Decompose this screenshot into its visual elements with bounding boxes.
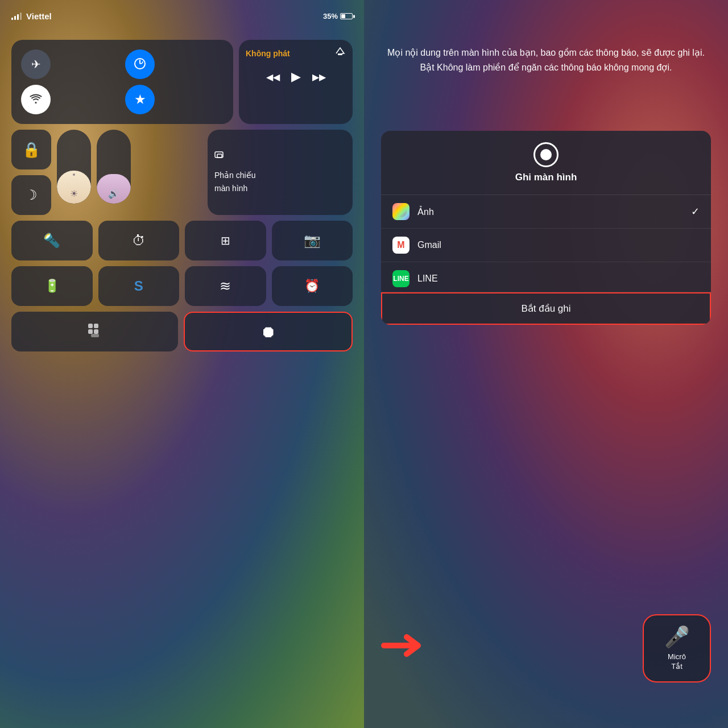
record-icon: ⏺	[260, 322, 276, 341]
moon-icon: ☽	[25, 187, 38, 203]
camera-button[interactable]: 📷	[272, 221, 353, 260]
battery-icon	[340, 13, 353, 19]
svg-rect-5	[94, 324, 98, 328]
second-row: 🔒 ☽ ☀ 🔊	[11, 130, 353, 215]
timer-icon: ⏱	[132, 233, 146, 249]
next-button[interactable]: ▶▶	[312, 72, 326, 82]
description-text: Mọi nội dung trên màn hình của bạn, bao …	[387, 46, 705, 75]
start-record-button[interactable]: Bắt đầu ghi	[381, 292, 711, 325]
right-panel: Mọi nội dung trên màn hình của bạn, bao …	[364, 0, 728, 728]
soundboard-button[interactable]	[11, 312, 178, 351]
camera-icon: 📷	[304, 233, 321, 249]
cell-data-button[interactable]	[125, 49, 155, 79]
sliders-block: ☀ 🔊	[57, 130, 202, 215]
screen-rotation-button[interactable]: 🔒	[11, 130, 51, 169]
media-controls: ◀◀ ▶ ▶▶	[246, 69, 346, 84]
airplane-mode-button[interactable]: ✈	[21, 49, 51, 79]
signal-bars	[11, 13, 22, 20]
calculator-button[interactable]: ⊞	[185, 221, 266, 260]
calculator-icon: ⊞	[221, 234, 230, 247]
wifi-icon	[30, 94, 42, 106]
photos-icon	[392, 203, 410, 220]
micro-label: Micrô Tắt	[668, 652, 686, 672]
screen-record-button[interactable]: ⏺	[184, 312, 353, 351]
battery-area: 35%	[323, 12, 353, 20]
svg-rect-8	[91, 334, 99, 337]
battery-widget-icon: 🔋	[44, 279, 60, 293]
record-circle-icon	[533, 142, 559, 167]
airplane-icon: ✈	[31, 59, 41, 70]
shazam-button[interactable]: S	[98, 266, 180, 306]
popup-header: Ghi màn hình	[381, 131, 711, 195]
svg-rect-7	[94, 329, 98, 334]
screen-mirror-block: Phản chiếu màn hình	[208, 130, 353, 215]
option-line[interactable]: LINE LINE	[381, 262, 711, 292]
line-label: LINE	[417, 274, 700, 284]
media-status: Không phát	[246, 49, 346, 58]
last-row: ⏺	[11, 312, 353, 351]
record-popup: Ghi màn hình Ảnh ✓	[381, 131, 711, 325]
bluetooth-icon: ★	[135, 94, 145, 105]
photos-check: ✓	[691, 205, 700, 218]
voice-memo-button[interactable]: ≋	[185, 266, 266, 306]
photos-label: Ảnh	[417, 206, 683, 217]
bottom-row: 🔋 S ≋ ⏰	[11, 266, 353, 306]
svg-point-9	[395, 206, 407, 217]
cell-icon	[134, 57, 146, 72]
prev-button[interactable]: ◀◀	[266, 72, 280, 82]
gmail-label: Gmail	[417, 240, 700, 250]
shazam-icon: S	[134, 278, 143, 294]
soundboard-icon	[87, 322, 103, 341]
wifi-button[interactable]	[21, 85, 51, 114]
airplay-icon[interactable]	[334, 46, 346, 60]
volume-slider[interactable]: 🔊	[97, 130, 131, 204]
svg-rect-3	[217, 154, 222, 158]
record-inner-dot	[540, 149, 552, 160]
alarm-button[interactable]: ⏰	[272, 266, 353, 306]
alarm-icon: ⏰	[304, 279, 320, 293]
line-icon: LINE	[392, 270, 410, 287]
volume-icon: 🔊	[108, 188, 119, 199]
tools-row: 🔦 ⏱ ⊞ 📷	[11, 221, 353, 260]
brightness-icon: ☀	[70, 188, 78, 199]
microphone-icon: 🎤	[664, 625, 690, 649]
battery-widget-button[interactable]: 🔋	[11, 266, 93, 306]
rotation-icon: 🔒	[22, 141, 40, 159]
microphone-button[interactable]: 🎤 Micrô Tắt	[643, 614, 711, 682]
play-button[interactable]: ▶	[291, 69, 301, 84]
do-not-disturb-button[interactable]: ☽	[11, 175, 51, 215]
svg-rect-6	[88, 329, 93, 334]
timer-button[interactable]: ⏱	[98, 221, 180, 260]
mirror-text-line1: Phản chiếu	[214, 170, 346, 180]
mirror-text-line2: màn hình	[214, 183, 346, 193]
option-photos[interactable]: Ảnh ✓	[381, 195, 711, 229]
battery-percent: 35%	[323, 12, 338, 20]
waveform-icon: ≋	[220, 278, 231, 294]
carrier-name: Viettel	[26, 11, 52, 21]
top-row: ✈	[11, 40, 353, 124]
svg-rect-4	[88, 324, 93, 328]
control-center: ✈	[11, 40, 353, 351]
flashlight-button[interactable]: 🔦	[11, 221, 93, 260]
flashlight-icon: 🔦	[43, 233, 60, 249]
battery-fill	[341, 14, 345, 18]
popup-title: Ghi màn hình	[515, 172, 577, 183]
right-arrow	[381, 631, 427, 660]
screen-mirror-content: Phản chiếu màn hình	[208, 143, 353, 201]
connectivity-block: ✈	[11, 40, 233, 124]
mirror-icon	[214, 151, 228, 164]
mirror-row	[214, 151, 346, 164]
brightness-slider[interactable]: ☀	[57, 130, 91, 204]
media-block: Không phát ◀◀ ▶ ▶▶	[239, 40, 353, 124]
bluetooth-button[interactable]: ★	[125, 85, 155, 114]
left-panel: Viettel 35% ✈	[0, 0, 364, 728]
brightness-dot	[73, 173, 75, 176]
svg-rect-1	[338, 53, 342, 55]
option-gmail[interactable]: M Gmail	[381, 229, 711, 262]
status-bar: Viettel 35%	[11, 11, 353, 21]
gmail-icon: M	[392, 237, 410, 254]
